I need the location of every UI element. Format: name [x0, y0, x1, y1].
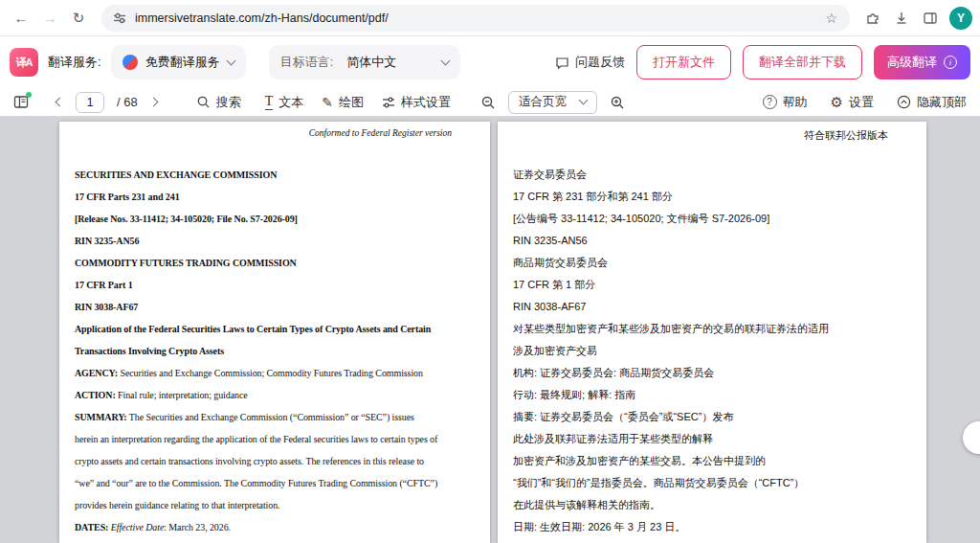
document-line: 行动: 最终规则; 解释: 指南 [513, 384, 917, 406]
document-line: RIN 3038-AF67 [513, 296, 917, 318]
document-line: 涉及加密资产交易 [513, 340, 917, 362]
feedback-label: 问题反馈 [575, 54, 625, 71]
style-settings-button[interactable]: 样式设置 [382, 94, 451, 111]
document-line: [公告编号 33-11412; 34-105020; 文件编号 S7-2026-… [513, 208, 917, 230]
document-line: “我们”和“我们的”是指委员会。商品期货交易委员会（“CFTC”） [513, 472, 917, 494]
info-icon: i [944, 56, 957, 69]
document-line: SECURITIES AND EXCHANGE COMMISSION [75, 164, 480, 186]
translated-page: 符合联邦公报版本 证券交易委员会17 CFR 第 231 部分和第 241 部分… [498, 122, 926, 543]
chevron-down-icon [579, 96, 589, 105]
document-line: 17 CFR Part 1 [75, 274, 480, 296]
document-line: Application of the Federal Securities La… [75, 318, 480, 340]
zoom-out-button[interactable] [480, 95, 496, 110]
document-line: crypto assets and certain transactions i… [75, 450, 480, 472]
draw-tool-button[interactable]: ✎ 绘图 [322, 94, 364, 111]
page-thumbnails-toggle[interactable] [13, 95, 29, 109]
feedback-button[interactable]: 问题反馈 [555, 54, 625, 71]
document-line: RIN 3038-AF67 [75, 296, 480, 318]
next-page-icon[interactable] [148, 98, 158, 107]
service-dropdown[interactable]: 免费翻译服务 [111, 45, 246, 79]
document-line: 在此提供与该解释相关的指南。 [513, 494, 917, 516]
style-icon [382, 96, 395, 109]
document-line: RIN 3235-AN56 [75, 230, 480, 252]
extensions-icon[interactable] [859, 5, 886, 32]
original-page-body: SECURITIES AND EXCHANGE COMMISSION17 CFR… [75, 164, 480, 538]
service-value: 免费翻译服务 [145, 54, 220, 71]
translate-all-download-button[interactable]: 翻译全部并下载 [743, 45, 862, 79]
previous-page-icon[interactable] [56, 98, 65, 107]
side-panel-icon[interactable] [917, 5, 944, 32]
help-icon: ? [763, 95, 777, 109]
pdf-viewer[interactable]: Conformed to Federal Register version SE… [0, 117, 980, 543]
document-line: AGENCY: Securities and Exchange Commissi… [75, 362, 480, 384]
pencil-icon: ✎ [322, 95, 333, 110]
draw-label: 绘图 [339, 94, 364, 111]
document-line: provides herein guidance relating to tha… [75, 494, 480, 516]
reload-icon[interactable]: ↻ [65, 5, 92, 32]
site-settings-icon[interactable] [113, 11, 126, 25]
document-line: herein an interpretation regarding the a… [75, 428, 480, 450]
search-icon [196, 95, 211, 109]
target-language-value: 简体中文 [346, 54, 396, 71]
hide-top-button[interactable]: 隐藏顶部 [897, 94, 967, 111]
zoom-level-dropdown[interactable]: 适合页宽 [508, 91, 597, 114]
collapse-top-icon [897, 95, 911, 109]
document-line: “we” and “our” are to the Commission. Th… [75, 472, 480, 494]
zoom-out-icon [480, 95, 496, 110]
open-new-file-button[interactable]: 打开新文件 [636, 45, 731, 79]
document-line: 17 CFR 第 231 部分和第 241 部分 [513, 186, 917, 208]
floating-widget-button[interactable] [963, 421, 980, 454]
document-line: 加密资产和涉及加密资产的某些交易。本公告中提到的 [513, 450, 917, 472]
premium-translate-button[interactable]: 高级翻译 i [874, 45, 970, 79]
document-line: 证券交易委员会 [513, 164, 917, 186]
document-line: DATES: Effective Date: March 23, 2026. [75, 516, 480, 538]
document-line: 商品期货交易委员会 [513, 252, 917, 274]
help-button[interactable]: ? 帮助 [763, 94, 808, 111]
search-button[interactable]: 搜索 [196, 94, 241, 111]
chevron-down-icon [226, 56, 235, 65]
zoom-in-icon [610, 95, 625, 110]
text-label: 文本 [278, 94, 303, 111]
document-line: COMMODITY FUTURES TRADING COMMISSION [75, 252, 480, 274]
target-language-dropdown[interactable]: 目标语言: 简体中文 [269, 45, 461, 79]
page-total: / 68 [117, 95, 138, 109]
target-language-label: 目标语言: [280, 54, 334, 71]
document-line: SUMMARY: The Securities and Exchange Com… [75, 406, 480, 428]
settings-button[interactable]: ⚙ 设置 [831, 94, 874, 111]
back-icon[interactable]: ← [8, 5, 34, 32]
text-icon: T [265, 95, 274, 110]
settings-label: 设置 [849, 94, 874, 111]
forward-icon[interactable]: → [36, 5, 63, 32]
gear-icon: ⚙ [831, 94, 843, 111]
profile-avatar[interactable]: Y [949, 7, 972, 30]
text-tool-button[interactable]: T 文本 [265, 94, 304, 111]
document-line: 机构: 证券交易委员会: 商品期货交易委员会 [513, 362, 917, 384]
page-number-input[interactable] [76, 92, 104, 113]
document-line: ACTION: Final rule; interpretation; guid… [75, 384, 480, 406]
chevron-down-icon [441, 56, 451, 65]
document-line: 此处涉及联邦证券法适用于某些类型的解释 [513, 428, 917, 450]
document-line: RIN 3235-AN56 [513, 230, 917, 252]
zoom-level-value: 适合页宽 [519, 94, 567, 110]
download-icon[interactable] [888, 5, 915, 32]
document-line: 日期: 生效日期: 2026 年 3 月 23 日。 [513, 516, 917, 538]
style-settings-label: 样式设置 [401, 94, 451, 111]
chat-icon [555, 56, 569, 70]
service-provider-icon [122, 55, 138, 70]
status-dot [26, 92, 32, 98]
help-label: 帮助 [783, 94, 808, 111]
immersive-translate-logo-icon[interactable]: 译A [10, 48, 38, 77]
pdf-toolbar: / 68 搜索 T 文本 ✎ 绘图 样式设置 适合页宽 ? 帮助 ⚙ 设置 [0, 88, 980, 117]
zoom-in-button[interactable] [610, 95, 625, 110]
translate-app-toolbar: 译A 翻译服务: 免费翻译服务 目标语言: 简体中文 问题反馈 打开新文件 翻译… [0, 36, 980, 88]
premium-label: 高级翻译 [887, 54, 937, 71]
document-line: [Release Nos. 33-11412; 34-105020; File … [75, 208, 480, 230]
translated-page-body: 证券交易委员会17 CFR 第 231 部分和第 241 部分[公告编号 33-… [513, 164, 917, 538]
corner-note-original: Conformed to Federal Register version [309, 128, 452, 138]
document-line: 17 CFR 第 1 部分 [513, 274, 917, 296]
url-bar[interactable]: immersivetranslate.com/zh-Hans/document/… [101, 5, 850, 32]
bookmark-star-icon[interactable]: ☆ [818, 11, 844, 26]
document-line: Transactions Involving Crypto Assets [75, 340, 480, 362]
url-text[interactable]: immersivetranslate.com/zh-Hans/document/… [135, 11, 818, 25]
browser-toolbar: ← → ↻ immersivetranslate.com/zh-Hans/doc… [0, 0, 980, 36]
